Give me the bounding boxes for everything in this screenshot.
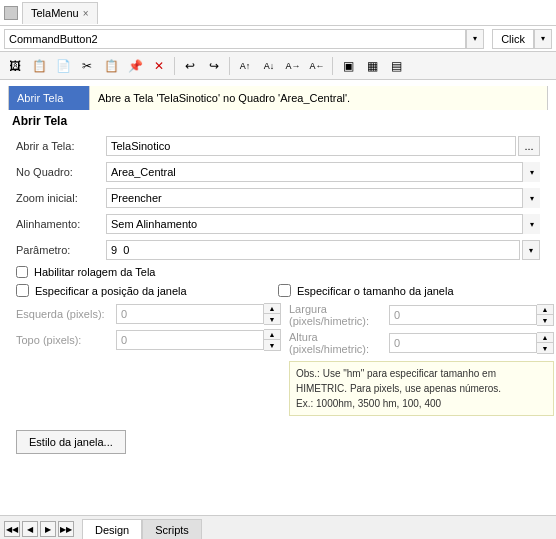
spin-esquerda-down[interactable]: ▼ — [264, 314, 280, 324]
input-largura[interactable] — [389, 305, 537, 325]
control-parametro: ▾ — [106, 240, 540, 260]
tb-btn-10[interactable]: A↑ — [234, 55, 256, 77]
spin-altura-down[interactable]: ▼ — [537, 343, 553, 353]
spin-topo: ▲ ▼ — [264, 329, 281, 351]
spin-largura-down[interactable]: ▼ — [537, 315, 553, 325]
input-tela[interactable] — [106, 136, 516, 156]
action-desc-text: Abre a Tela 'TelaSinotico' no Quadro 'Ar… — [98, 92, 350, 104]
input-parametro[interactable] — [106, 240, 520, 260]
estilo-section: Estilo da janela... — [16, 430, 540, 454]
tb-btn-11[interactable]: A↓ — [258, 55, 280, 77]
tb-btn-3[interactable]: 📄 — [52, 55, 74, 77]
title-tab[interactable]: TelaMenu × — [22, 2, 98, 24]
spin-altura-up[interactable]: ▲ — [537, 333, 553, 343]
action-description: Abre a Tela 'TelaSinotico' no Quadro 'Ar… — [89, 86, 547, 110]
tb-btn-2[interactable]: 📋 — [28, 55, 50, 77]
label-tela: Abrir a Tela: — [16, 140, 106, 152]
tb-btn-6[interactable]: 📌 — [124, 55, 146, 77]
nav-next[interactable]: ▶ — [40, 521, 56, 537]
command-button-label: CommandButton2 — [9, 33, 98, 45]
nav-first[interactable]: ◀◀ — [4, 521, 20, 537]
estilo-button[interactable]: Estilo da janela... — [16, 430, 126, 454]
tab-scripts[interactable]: Scripts — [142, 519, 202, 539]
tb-btn-16[interactable]: ▤ — [385, 55, 407, 77]
two-col-especificar: Especificar a posição da janela Especifi… — [16, 284, 540, 297]
tb-btn-14[interactable]: ▣ — [337, 55, 359, 77]
close-icon[interactable]: × — [83, 8, 89, 19]
toolbar-sep-1 — [174, 57, 175, 75]
click-button[interactable]: Click — [492, 29, 534, 49]
col-especificar-tam: Especificar o tamanho da janela — [278, 284, 540, 297]
checkbox-tam-label: Especificar o tamanho da janela — [297, 285, 454, 297]
tb-btn-9[interactable]: ↪ — [203, 55, 225, 77]
tb-btn-5[interactable]: 📋 — [100, 55, 122, 77]
tb-btn-13[interactable]: A← — [306, 55, 328, 77]
label-zoom: Zoom inicial: — [16, 192, 106, 204]
label-largura: Largura (pixels/himetric): — [289, 303, 389, 327]
col-especificar-pos: Especificar a posição da janela — [16, 284, 278, 297]
command-dropdown-arrow[interactable]: ▾ — [466, 29, 484, 49]
form-row-quadro: No Quadro: Area_Central ▾ — [16, 162, 540, 182]
nav-prev[interactable]: ◀ — [22, 521, 38, 537]
checkbox-tam-input[interactable] — [278, 284, 291, 297]
tb-btn-8[interactable]: ↩ — [179, 55, 201, 77]
nav-arrows: ◀◀ ◀ ▶ ▶▶ — [4, 521, 74, 539]
checkbox-habilitar-label: Habilitar rolagem da Tela — [34, 266, 155, 278]
form-row-parametro: Parâmetro: ▾ — [16, 240, 540, 260]
spin-topo-down[interactable]: ▼ — [264, 340, 280, 350]
click-arrow-icon: ▾ — [541, 34, 545, 43]
spin-esquerda-up[interactable]: ▲ — [264, 304, 280, 314]
select-zoom[interactable]: Preencher — [106, 188, 540, 208]
sub-col-left: Esquerda (pixels): ▲ ▼ Topo (pixels): — [16, 303, 281, 422]
label-alinhamento: Alinhamento: — [16, 218, 106, 230]
input-topo[interactable] — [116, 330, 264, 350]
tab-design-label: Design — [95, 524, 129, 536]
action-label-text: Abrir Tela — [17, 92, 63, 104]
tab-design[interactable]: Design — [82, 519, 142, 539]
tb-btn-12[interactable]: A→ — [282, 55, 304, 77]
tb-btn-15[interactable]: ▦ — [361, 55, 383, 77]
select-alinhamento[interactable]: Sem Alinhamento — [106, 214, 540, 234]
spin-largura: ▲ ▼ — [537, 304, 554, 326]
select-wrapper-zoom: Preencher ▾ — [106, 188, 540, 208]
arrow-icon: ▾ — [473, 34, 477, 43]
label-parametro: Parâmetro: — [16, 244, 106, 256]
control-quadro: Area_Central ▾ — [106, 162, 540, 182]
select-wrapper-alinhamento: Sem Alinhamento ▾ — [106, 214, 540, 234]
spin-esquerda: ▲ ▼ — [264, 303, 281, 325]
select-quadro[interactable]: Area_Central — [106, 162, 540, 182]
nav-last[interactable]: ▶▶ — [58, 521, 74, 537]
input-wrap-largura: ▲ ▼ — [389, 304, 554, 326]
main-content: Abrir Tela Abre a Tela 'TelaSinotico' no… — [0, 80, 556, 515]
click-button-arrow[interactable]: ▾ — [534, 29, 552, 49]
tab-scripts-label: Scripts — [155, 524, 189, 536]
tb-btn-4[interactable]: ✂ — [76, 55, 98, 77]
spin-altura: ▲ ▼ — [537, 332, 554, 354]
label-altura: Altura (pixels/himetric): — [289, 331, 389, 355]
input-esquerda[interactable] — [116, 304, 264, 324]
command-button-dropdown[interactable]: CommandButton2 — [4, 29, 466, 49]
input-altura[interactable] — [389, 333, 537, 353]
checkbox-pos-input[interactable] — [16, 284, 29, 297]
form-row-zoom: Zoom inicial: Preencher ▾ — [16, 188, 540, 208]
tb-btn-delete[interactable]: ✕ — [148, 55, 170, 77]
action-row: Abrir Tela Abre a Tela 'TelaSinotico' no… — [8, 86, 548, 110]
spin-largura-up[interactable]: ▲ — [537, 305, 553, 315]
form-row-tela: Abrir a Tela: ... — [16, 136, 540, 156]
spin-topo-up[interactable]: ▲ — [264, 330, 280, 340]
parametro-arrow-icon[interactable]: ▾ — [522, 240, 540, 260]
btn-tela-dots[interactable]: ... — [518, 136, 540, 156]
sub-row-largura: Largura (pixels/himetric): ▲ ▼ — [289, 303, 554, 327]
toolbar-sep-3 — [332, 57, 333, 75]
label-quadro: No Quadro: — [16, 166, 106, 178]
checkbox-habilitar-input[interactable] — [16, 266, 28, 278]
tab-title: TelaMenu — [31, 7, 79, 19]
label-esquerda: Esquerda (pixels): — [16, 308, 116, 320]
sub-row-topo: Topo (pixels): ▲ ▼ — [16, 329, 281, 351]
input-wrap-esquerda: ▲ ▼ — [116, 303, 281, 325]
checkbox-habilitar: Habilitar rolagem da Tela — [16, 266, 540, 278]
action-label: Abrir Tela — [9, 86, 89, 110]
tb-btn-1[interactable]: 🖼 — [4, 55, 26, 77]
control-zoom: Preencher ▾ — [106, 188, 540, 208]
sub-form: Esquerda (pixels): ▲ ▼ Topo (pixels): — [16, 303, 540, 422]
